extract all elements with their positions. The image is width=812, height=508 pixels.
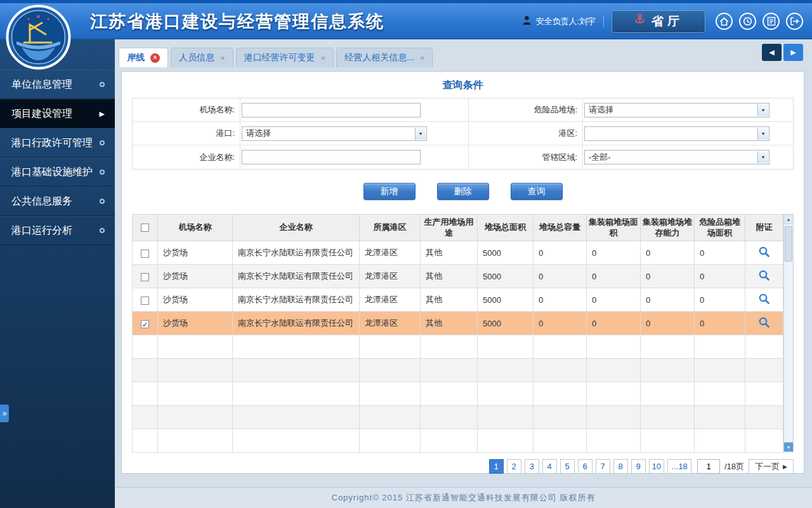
- row-checkbox[interactable]: ✓: [141, 320, 149, 328]
- scroll-down-icon[interactable]: ▼: [784, 442, 793, 451]
- org-button[interactable]: 省厅: [612, 10, 705, 33]
- sidebar-item-4[interactable]: 公共信息服务: [0, 187, 115, 216]
- select-all-checkbox[interactable]: [141, 224, 149, 232]
- empty-cell: [641, 429, 695, 453]
- tab-close-icon[interactable]: ×: [150, 53, 160, 63]
- page-button-1[interactable]: 1: [489, 459, 504, 474]
- magnifier-icon[interactable]: [758, 269, 770, 281]
- table-row-2[interactable]: 沙货场南京长宁水陆联运有限责任公司龙潭港区其他50000000: [133, 288, 783, 312]
- page-button-8[interactable]: 8: [613, 459, 628, 474]
- cell-5: 0: [534, 288, 587, 312]
- port-select[interactable]: 请选择 ▼: [242, 126, 427, 141]
- magnifier-icon[interactable]: [758, 316, 770, 328]
- row-checkbox[interactable]: [141, 250, 149, 258]
- airport-name-input[interactable]: [242, 103, 421, 117]
- tab-close-icon[interactable]: ×: [321, 54, 326, 62]
- logout-icon[interactable]: [786, 13, 803, 30]
- action-bar: 新增 删除 查询: [132, 170, 794, 214]
- sidebar-item-2[interactable]: 港口行政许可管理: [0, 128, 115, 157]
- port-select-value: 请选择: [246, 128, 271, 139]
- page-input[interactable]: [697, 459, 720, 474]
- empty-cell: [534, 335, 587, 359]
- home-icon[interactable]: [716, 13, 733, 30]
- cell-4: 5000: [478, 265, 534, 288]
- row-checkbox-cell: ✓: [133, 312, 158, 335]
- circle-indicator-icon: [100, 82, 105, 87]
- circle-indicator-icon: [100, 140, 105, 145]
- delete-button[interactable]: 删除: [437, 183, 489, 200]
- sidebar-item-1[interactable]: 项目建设管理▶: [0, 99, 115, 128]
- table-area: 机场名称企业名称所属港区生产用堆场用途堆场总面积堆场总容量集装箱堆场面积集装箱堆…: [132, 214, 794, 453]
- cell-0: 沙货场: [158, 288, 233, 312]
- empty-cell: [133, 359, 158, 382]
- tab-3[interactable]: 经营人相关信息...×: [336, 48, 433, 67]
- table-row-3[interactable]: ✓沙货场南京长宁水陆联运有限责任公司龙潭港区其他50000000: [133, 312, 783, 335]
- magnifier-icon[interactable]: [758, 246, 770, 258]
- cell-0: 沙货场: [158, 265, 233, 288]
- cell-1: 南京长宁水陆联运有限责任公司: [233, 241, 360, 265]
- company-name-input[interactable]: [242, 150, 421, 164]
- tab-0[interactable]: 岸线×: [119, 48, 168, 67]
- search-button[interactable]: 查询: [511, 183, 563, 200]
- port-area-cell: ▼: [583, 122, 793, 145]
- page-button-4[interactable]: 4: [542, 459, 557, 474]
- scroll-thumb[interactable]: [785, 226, 792, 262]
- page-button-7[interactable]: 7: [596, 459, 610, 474]
- tab-2[interactable]: 港口经营许可变更×: [236, 48, 334, 67]
- empty-cell: [360, 382, 421, 406]
- table-row-empty: [133, 335, 783, 359]
- sidebar-collapse-handle[interactable]: »: [0, 404, 9, 422]
- tab-close-icon[interactable]: ×: [220, 54, 225, 62]
- scroll-up-icon[interactable]: ▲: [784, 215, 793, 224]
- cell-2: 龙潭港区: [360, 288, 421, 312]
- jurisdiction-select[interactable]: -全部- ▼: [584, 150, 769, 164]
- page-ellipsis-button[interactable]: ...18: [667, 459, 691, 474]
- cell-6: 0: [587, 312, 641, 335]
- empty-cell: [745, 359, 783, 382]
- tab-close-icon[interactable]: ×: [420, 54, 425, 62]
- page-total-label: /18页: [724, 461, 744, 472]
- page-button-10[interactable]: 10: [649, 459, 664, 474]
- add-button[interactable]: 新增: [363, 183, 416, 200]
- empty-cell: [478, 429, 534, 453]
- empty-cell: [695, 429, 745, 453]
- history-clock-icon[interactable]: [739, 13, 756, 30]
- chevron-down-icon: ▼: [415, 128, 426, 140]
- cell-5: 0: [534, 241, 587, 265]
- cell-6: 0: [587, 241, 641, 265]
- table-row-0[interactable]: 沙货场南京长宁水陆联运有限责任公司龙潭港区其他50000000: [133, 241, 783, 265]
- empty-cell: [745, 335, 783, 359]
- row-checkbox[interactable]: [141, 273, 149, 281]
- empty-cell: [587, 335, 641, 359]
- nav-back-button[interactable]: ◀: [762, 44, 782, 61]
- content: 查询条件 机场名称: 危险品堆场: 请选择 ▼ 港口:: [115, 67, 812, 474]
- port-area-select[interactable]: ▼: [584, 126, 769, 141]
- empty-cell: [233, 335, 360, 359]
- page-button-6[interactable]: 6: [578, 459, 593, 474]
- empty-cell: [233, 382, 360, 406]
- vertical-scrollbar[interactable]: ▲ ▼: [783, 214, 794, 452]
- sidebar-item-5[interactable]: 港口运行分析: [0, 216, 115, 245]
- page-button-5[interactable]: 5: [560, 459, 575, 474]
- next-page-button[interactable]: 下一页 ▶: [749, 459, 794, 474]
- row-checkbox[interactable]: [141, 297, 149, 305]
- nav-forward-button[interactable]: ▶: [783, 44, 803, 61]
- magnifier-icon[interactable]: [758, 293, 770, 305]
- sidebar-item-3[interactable]: 港口基础设施维护: [0, 157, 115, 187]
- row-checkbox-cell: [133, 288, 158, 312]
- tab-1[interactable]: 人员信息×: [171, 48, 233, 67]
- page-button-2[interactable]: 2: [507, 459, 521, 474]
- sidebar-item-0[interactable]: 单位信息管理: [0, 70, 115, 99]
- page-button-9[interactable]: 9: [631, 459, 646, 474]
- user-icon: [522, 15, 532, 27]
- notes-icon[interactable]: [763, 13, 780, 30]
- page-button-3[interactable]: 3: [525, 459, 539, 474]
- table-row-1[interactable]: 沙货场南京长宁水陆联运有限责任公司龙潭港区其他50000000: [133, 265, 783, 288]
- table-row-empty: [133, 406, 783, 429]
- divider: [603, 16, 604, 27]
- dangerous-yard-select[interactable]: 请选择 ▼: [584, 103, 769, 117]
- empty-cell: [478, 382, 534, 406]
- empty-cell: [158, 359, 233, 382]
- column-header-7: 集装箱堆场堆存能力: [641, 215, 695, 241]
- attachment-cell: [745, 265, 783, 288]
